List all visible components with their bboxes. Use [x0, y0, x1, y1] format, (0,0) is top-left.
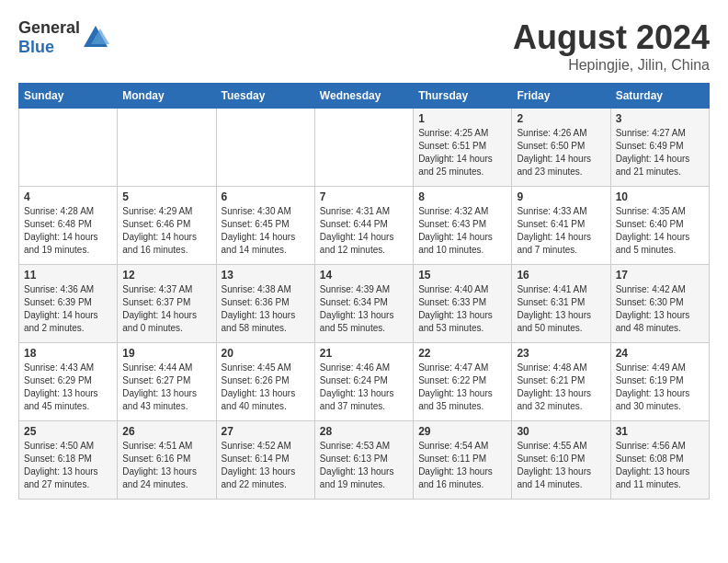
calendar-table: Sunday Monday Tuesday Wednesday Thursday… [18, 83, 710, 500]
day-info: Sunrise: 4:46 AM Sunset: 6:24 PM Dayligh… [320, 362, 408, 413]
table-row: 21Sunrise: 4:46 AM Sunset: 6:24 PM Dayli… [314, 343, 413, 421]
table-row: 19Sunrise: 4:44 AM Sunset: 6:27 PM Dayli… [118, 343, 216, 421]
calendar-week-row: 11Sunrise: 4:36 AM Sunset: 6:39 PM Dayli… [19, 265, 710, 343]
calendar-week-row: 1Sunrise: 4:25 AM Sunset: 6:51 PM Daylig… [19, 109, 710, 187]
table-row: 8Sunrise: 4:32 AM Sunset: 6:43 PM Daylig… [414, 187, 512, 265]
logo-blue: Blue [18, 38, 54, 56]
table-row: 27Sunrise: 4:52 AM Sunset: 6:14 PM Dayli… [216, 421, 314, 500]
day-info: Sunrise: 4:49 AM Sunset: 6:19 PM Dayligh… [616, 362, 704, 413]
day-info: Sunrise: 4:41 AM Sunset: 6:31 PM Dayligh… [517, 283, 605, 335]
day-info: Sunrise: 4:31 AM Sunset: 6:44 PM Dayligh… [320, 205, 408, 257]
day-info: Sunrise: 4:51 AM Sunset: 6:16 PM Dayligh… [122, 440, 210, 491]
table-row: 25Sunrise: 4:50 AM Sunset: 6:18 PM Dayli… [19, 421, 118, 500]
table-row: 7Sunrise: 4:31 AM Sunset: 6:44 PM Daylig… [314, 187, 413, 265]
col-thursday: Thursday [414, 84, 512, 109]
day-number: 11 [24, 269, 112, 282]
table-row: 10Sunrise: 4:35 AM Sunset: 6:40 PM Dayli… [610, 187, 709, 265]
day-number: 8 [418, 190, 506, 203]
day-info: Sunrise: 4:48 AM Sunset: 6:21 PM Dayligh… [517, 362, 605, 413]
day-number: 3 [616, 112, 704, 125]
day-info: Sunrise: 4:25 AM Sunset: 6:51 PM Dayligh… [418, 127, 506, 178]
day-info: Sunrise: 4:43 AM Sunset: 6:29 PM Dayligh… [24, 362, 112, 413]
day-info: Sunrise: 4:53 AM Sunset: 6:13 PM Dayligh… [320, 440, 408, 491]
table-row: 1Sunrise: 4:25 AM Sunset: 6:51 PM Daylig… [414, 109, 512, 187]
day-info: Sunrise: 4:30 AM Sunset: 6:45 PM Dayligh… [222, 205, 310, 257]
calendar-week-row: 4Sunrise: 4:28 AM Sunset: 6:48 PM Daylig… [19, 187, 710, 265]
day-number: 12 [122, 269, 210, 282]
col-sunday: Sunday [19, 84, 118, 109]
day-info: Sunrise: 4:56 AM Sunset: 6:08 PM Dayligh… [616, 440, 704, 491]
table-row: 23Sunrise: 4:48 AM Sunset: 6:21 PM Dayli… [512, 343, 610, 421]
calendar-header-row: Sunday Monday Tuesday Wednesday Thursday… [19, 84, 710, 109]
day-number: 18 [24, 347, 112, 360]
day-number: 14 [320, 269, 408, 282]
col-tuesday: Tuesday [216, 84, 314, 109]
day-number: 16 [517, 269, 605, 282]
table-row: 3Sunrise: 4:27 AM Sunset: 6:49 PM Daylig… [610, 109, 709, 187]
table-row: 29Sunrise: 4:54 AM Sunset: 6:11 PM Dayli… [414, 421, 512, 500]
day-info: Sunrise: 4:28 AM Sunset: 6:48 PM Dayligh… [24, 205, 112, 257]
page-header: General Blue August 2024 Hepingjie, Jili… [18, 18, 710, 74]
col-friday: Friday [512, 84, 610, 109]
col-wednesday: Wednesday [314, 84, 413, 109]
table-row: 28Sunrise: 4:53 AM Sunset: 6:13 PM Dayli… [314, 421, 413, 500]
day-info: Sunrise: 4:42 AM Sunset: 6:30 PM Dayligh… [616, 283, 704, 335]
table-row: 30Sunrise: 4:55 AM Sunset: 6:10 PM Dayli… [512, 421, 610, 500]
calendar-subtitle: Hepingjie, Jilin, China [513, 57, 710, 74]
day-info: Sunrise: 4:44 AM Sunset: 6:27 PM Dayligh… [122, 362, 210, 413]
table-row: 16Sunrise: 4:41 AM Sunset: 6:31 PM Dayli… [512, 265, 610, 343]
calendar-week-row: 18Sunrise: 4:43 AM Sunset: 6:29 PM Dayli… [19, 343, 710, 421]
day-number: 30 [517, 425, 605, 438]
day-number: 28 [320, 425, 408, 438]
table-row: 22Sunrise: 4:47 AM Sunset: 6:22 PM Dayli… [414, 343, 512, 421]
day-info: Sunrise: 4:27 AM Sunset: 6:49 PM Dayligh… [616, 127, 704, 178]
table-row: 20Sunrise: 4:45 AM Sunset: 6:26 PM Dayli… [216, 343, 314, 421]
table-row: 13Sunrise: 4:38 AM Sunset: 6:36 PM Dayli… [216, 265, 314, 343]
col-saturday: Saturday [610, 84, 709, 109]
table-row: 31Sunrise: 4:56 AM Sunset: 6:08 PM Dayli… [610, 421, 709, 500]
table-row: 15Sunrise: 4:40 AM Sunset: 6:33 PM Dayli… [414, 265, 512, 343]
day-info: Sunrise: 4:26 AM Sunset: 6:50 PM Dayligh… [517, 127, 605, 178]
table-row: 24Sunrise: 4:49 AM Sunset: 6:19 PM Dayli… [610, 343, 709, 421]
day-number: 24 [616, 347, 704, 360]
day-number: 15 [418, 269, 506, 282]
day-number: 7 [320, 190, 408, 203]
day-number: 21 [320, 347, 408, 360]
table-row: 6Sunrise: 4:30 AM Sunset: 6:45 PM Daylig… [216, 187, 314, 265]
day-info: Sunrise: 4:47 AM Sunset: 6:22 PM Dayligh… [418, 362, 506, 413]
table-row: 14Sunrise: 4:39 AM Sunset: 6:34 PM Dayli… [314, 265, 413, 343]
logo-icon [82, 24, 109, 52]
day-number: 22 [418, 347, 506, 360]
table-row [314, 109, 413, 187]
day-info: Sunrise: 4:36 AM Sunset: 6:39 PM Dayligh… [24, 283, 112, 335]
day-number: 4 [24, 190, 112, 203]
day-info: Sunrise: 4:38 AM Sunset: 6:36 PM Dayligh… [222, 283, 310, 335]
day-number: 2 [517, 112, 605, 125]
day-number: 1 [418, 112, 506, 125]
table-row [118, 109, 216, 187]
table-row: 5Sunrise: 4:29 AM Sunset: 6:46 PM Daylig… [118, 187, 216, 265]
table-row: 11Sunrise: 4:36 AM Sunset: 6:39 PM Dayli… [19, 265, 118, 343]
day-number: 13 [222, 269, 310, 282]
day-info: Sunrise: 4:33 AM Sunset: 6:41 PM Dayligh… [517, 205, 605, 257]
calendar-title: August 2024 [513, 18, 710, 57]
table-row: 17Sunrise: 4:42 AM Sunset: 6:30 PM Dayli… [610, 265, 709, 343]
day-number: 26 [122, 425, 210, 438]
table-row: 2Sunrise: 4:26 AM Sunset: 6:50 PM Daylig… [512, 109, 610, 187]
day-number: 5 [122, 190, 210, 203]
table-row: 9Sunrise: 4:33 AM Sunset: 6:41 PM Daylig… [512, 187, 610, 265]
day-info: Sunrise: 4:45 AM Sunset: 6:26 PM Dayligh… [222, 362, 310, 413]
day-info: Sunrise: 4:29 AM Sunset: 6:46 PM Dayligh… [122, 205, 210, 257]
day-number: 9 [517, 190, 605, 203]
day-number: 31 [616, 425, 704, 438]
logo-general: General [18, 18, 80, 37]
day-info: Sunrise: 4:35 AM Sunset: 6:40 PM Dayligh… [616, 205, 704, 257]
day-number: 6 [222, 190, 310, 203]
day-number: 10 [616, 190, 704, 203]
table-row: 12Sunrise: 4:37 AM Sunset: 6:37 PM Dayli… [118, 265, 216, 343]
table-row: 26Sunrise: 4:51 AM Sunset: 6:16 PM Dayli… [118, 421, 216, 500]
day-info: Sunrise: 4:40 AM Sunset: 6:33 PM Dayligh… [418, 283, 506, 335]
day-info: Sunrise: 4:54 AM Sunset: 6:11 PM Dayligh… [418, 440, 506, 491]
title-block: August 2024 Hepingjie, Jilin, China [513, 18, 710, 74]
day-info: Sunrise: 4:39 AM Sunset: 6:34 PM Dayligh… [320, 283, 408, 335]
